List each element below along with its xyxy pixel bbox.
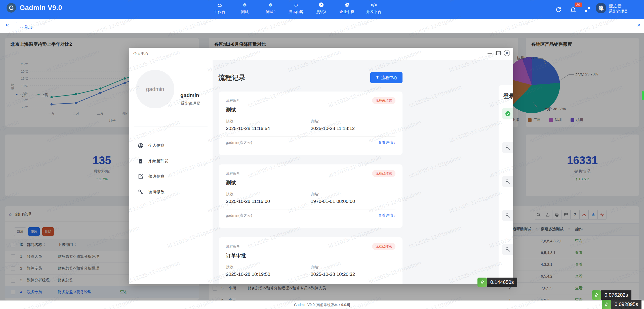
building-icon [138,158,143,164]
user-role: 系统管理员 [609,9,628,14]
perf-time: 0.076202s [601,290,631,300]
recv-label: 接收: [226,192,311,197]
version-text: Gadmin V9.0 [当前系统版本：9.0.5] [294,303,350,307]
nav-label: 测试2 [257,10,285,14]
person-icon [138,143,143,148]
process-code-label: 流程编号 [226,171,240,176]
grid-icon [333,2,361,9]
nav-item-demo[interactable]: ☺ 演示内容 [282,2,310,14]
leaf-icon [477,278,487,287]
menu-item-edit-info[interactable]: 修改信息 [129,171,213,182]
process-card: 流程编号 流程已结束 测试 接收: 2025-10-28 11:16:00 办结… [219,164,403,228]
view-detail-link[interactable]: 查看详情 › [378,140,395,145]
compass-icon [307,2,335,9]
dashboard-icon [206,2,233,9]
key-icon [502,142,513,153]
menu-label: 修改信息 [148,174,165,179]
nav-label: 测试 [231,10,259,14]
status-badge: 流程已结束 [372,170,395,177]
process-card: 流程编号 流程未结束 测试 接收: 2025-10-28 11:16:54 办结… [219,92,403,155]
chevron-right-icon: › [394,140,395,145]
login-records-card: 登录记录 当前登录2025-12-01 09:06:14Windows 1012… [499,85,513,284]
chevron-right-icon: › [394,213,395,217]
button-label: 流程中心 [381,75,397,80]
nav-label: 企业中枢 [333,10,361,14]
status-badge: 流程已结束 [372,243,395,250]
recv-label: 接收: [226,119,311,124]
modal-title: 个人中心 [133,51,148,56]
perf-time: 0.092895s [611,300,641,309]
edit-icon [138,174,143,179]
key-icon [138,189,143,195]
funnel-icon [376,75,379,80]
page: G Gadmin V9.0 工作台 ❄ 测试 ❄ 测试2 ☺ 演示内容 测试3 [0,0,644,309]
minimize-icon[interactable] [488,53,492,54]
tabs-collapse-icon[interactable]: « [6,21,9,29]
recv-time: 2025-10-28 11:16:00 [226,199,311,204]
menu-item-role[interactable]: 系统管理员 [129,156,213,167]
personal-center-modal: 个人中心 ✕ gadmin gadmin 系统管理员 个人信息 系统管理员 [129,48,513,284]
smiley-icon: ☺ [282,2,310,9]
avatar-text: 流 [598,5,603,12]
menu-item-password[interactable]: 密码修改 [129,186,213,197]
key-icon [502,176,513,187]
tabs-expand-icon[interactable]: » [637,21,640,29]
footer-bar: Gadmin V9.0 [当前系统版本：9.0.5] [0,300,644,309]
nav-label: 工作台 [206,10,233,14]
done-label: 办结: [311,119,395,124]
bell-icon[interactable] [570,7,577,13]
process-records-title: 流程记录 [218,73,246,82]
leaf-icon [602,300,611,309]
process-owner: gadmin(流之云) [226,213,252,218]
nav-item-workbench[interactable]: 工作台 [206,2,233,14]
nav-item-devplatform[interactable]: </> 开发平台 [360,2,388,14]
process-name: 订单审批 [226,252,395,259]
menu-item-profile[interactable]: 个人信息 [129,140,213,151]
home-icon: ⌂ [20,24,23,29]
maximize-icon[interactable] [496,51,501,55]
process-center-button[interactable]: 流程中心 [370,72,403,83]
close-icon[interactable]: ✕ [504,50,510,56]
perf-chip-2: 0.076202s [592,290,631,300]
nav-item-test2[interactable]: ❄ 测试2 [257,2,285,14]
modal-avatar: gadmin [136,70,174,108]
nav-item-test3[interactable]: 测试3 [307,2,335,14]
check-icon [502,108,513,119]
process-code-label: 流程编号 [226,244,240,249]
nav-item-enterprise[interactable]: 企业中枢 [333,2,361,14]
scroll-indicator[interactable] [642,91,644,100]
fullscreen-icon[interactable] [584,7,591,13]
menu-label: 密码修改 [148,189,165,195]
nav-label: 开发平台 [360,10,388,14]
recv-label: 接收: [226,265,311,270]
process-name: 测试 [226,107,395,113]
user-avatar[interactable]: 流 [596,3,606,13]
divider [134,126,208,126]
done-time: 1970-01-01 08:00:00 [311,199,395,204]
modal-left-panel: gadmin gadmin 系统管理员 个人信息 系统管理员 修改信 [129,60,213,284]
status-badge: 流程未结束 [372,97,395,104]
nav-item-test[interactable]: ❄ 测试 [231,2,259,14]
modal-content-area: 流程记录 流程中心 流程编号 流程未结束 测试 接收: [213,60,513,284]
login-records-title: 登录记录 [503,92,513,100]
avatar-text: gadmin [146,86,164,93]
recv-time: 2025-10-28 10:19:50 [226,272,311,277]
process-owner: gadmin(流之云) [226,140,252,145]
menu-label: 系统管理员 [148,159,169,164]
modal-user-name: gadmin [180,92,199,98]
modal-user-role: 系统管理员 [180,100,204,107]
snowflake-icon: ❄ [231,2,259,9]
app-logo[interactable]: G [7,3,16,13]
leaf-icon [592,290,601,300]
key-icon [502,210,513,221]
notification-badge: 39 [575,3,582,7]
code-icon: </> [360,2,388,9]
user-name[interactable]: 流之云 [609,3,622,9]
key-icon [502,244,513,255]
view-detail-link[interactable]: 查看详情 › [378,213,395,218]
refresh-icon[interactable] [555,7,562,13]
tab-home[interactable]: ⌂ 首页 [16,22,36,32]
process-card: 流程编号 流程已结束 订单审批 接收: 2025-10-28 10:19:50 … [219,237,403,284]
nav-label: 测试3 [307,10,335,14]
done-label: 办结: [311,192,395,197]
